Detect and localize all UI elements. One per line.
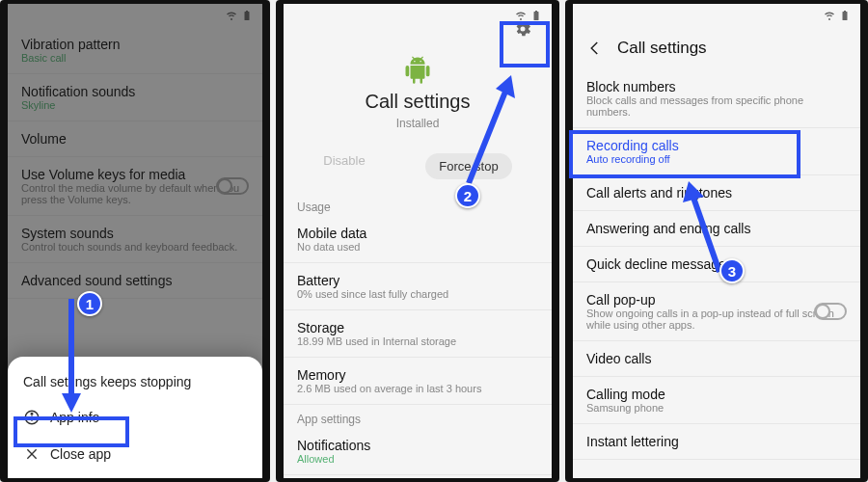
row-subtitle: Block calls and messages from specific p…: [586, 94, 847, 118]
row-title: Recording calls: [586, 138, 847, 153]
usage-row[interactable]: Mobile dataNo data used: [284, 216, 552, 263]
android-icon: [403, 56, 432, 85]
crash-dialog: Call settings keeps stopping App infoClo…: [8, 357, 262, 478]
disable-button[interactable]: Disable: [323, 153, 365, 179]
section-usage: Usage: [284, 193, 552, 216]
row-title: Calling mode: [586, 387, 847, 402]
settings-row[interactable]: Advanced sound settings: [8, 263, 262, 299]
row-title: Answering and ending calls: [586, 221, 847, 236]
settings-row[interactable]: Volume: [8, 121, 262, 157]
row-title: System sounds: [21, 226, 249, 241]
call-settings-row[interactable]: Block numbersBlock calls and messages fr…: [573, 69, 860, 128]
dialog-action-label: Close app: [50, 446, 111, 462]
row-title: Memory: [297, 367, 538, 383]
close-icon: [23, 445, 41, 463]
usage-row[interactable]: Storage18.99 MB used in Internal storage: [284, 310, 552, 358]
toggle-switch[interactable]: [216, 177, 249, 195]
wifi-icon: [824, 10, 835, 21]
step-badge-3: 3: [719, 258, 745, 283]
row-title: Quick decline messages: [586, 256, 847, 272]
battery-icon: [241, 10, 253, 21]
app-installed-label: Installed: [293, 117, 542, 130]
call-settings-row[interactable]: Calling modeSamsung phone: [573, 377, 860, 424]
status-bar: [573, 4, 860, 27]
row-subtitle: Skyline: [21, 99, 249, 111]
dialog-action-info[interactable]: App info: [8, 399, 262, 436]
call-settings-row[interactable]: Quick decline messages: [573, 247, 860, 282]
call-settings-row[interactable]: Call pop-upShow ongoing calls in a pop-u…: [573, 282, 860, 341]
row-subtitle: Control the media volume by default when…: [21, 182, 249, 205]
header-title: Call settings: [617, 39, 707, 58]
info-icon: [23, 409, 41, 426]
row-subtitle: 2.6 MB used on average in last 3 hours: [297, 383, 538, 394]
row-title: Vibration pattern: [21, 37, 249, 52]
call-settings-row[interactable]: Instant lettering: [573, 424, 860, 460]
call-settings-row[interactable]: Answering and ending calls: [573, 211, 860, 247]
row-notifications[interactable]: Notifications Allowed: [284, 428, 552, 475]
row-subtitle: Control touch sounds and keyboard feedba…: [21, 241, 249, 253]
call-settings-row[interactable]: Recording callsAuto recording off: [573, 128, 860, 175]
row-title: Advanced sound settings: [21, 273, 249, 288]
row-title: Call alerts and ringtones: [586, 185, 847, 201]
row-subtitle: Show ongoing calls in a pop-up instead o…: [586, 308, 847, 331]
row-title: Call pop-up: [586, 292, 847, 308]
wifi-icon: [226, 10, 237, 21]
force-stop-button[interactable]: Force stop: [425, 153, 511, 179]
screen-app-info: Call settings Installed Disable Force st…: [284, 4, 552, 478]
row-title: Notifications: [297, 438, 538, 453]
app-name: Call settings: [293, 91, 542, 113]
row-title: Instant lettering: [586, 434, 847, 449]
call-settings-row[interactable]: Call alerts and ringtones: [573, 175, 860, 211]
row-title: Video calls: [586, 351, 847, 366]
row-title: Battery: [297, 273, 538, 288]
row-title: Volume: [21, 131, 249, 147]
step-badge-1: 1: [77, 291, 102, 316]
settings-row[interactable]: System soundsControl touch sounds and ke…: [8, 216, 262, 263]
row-title: Block numbers: [586, 79, 847, 94]
dialog-heading: Call settings keeps stopping: [8, 368, 262, 399]
usage-row[interactable]: Battery0% used since last fully charged: [284, 263, 552, 310]
phone-panel-2: Call settings Installed Disable Force st…: [276, 0, 559, 482]
call-settings-row[interactable]: Video calls: [573, 341, 860, 377]
settings-row[interactable]: Vibration patternBasic call: [8, 27, 262, 74]
toggle-switch[interactable]: [814, 303, 847, 320]
app-header: Call settings Installed: [284, 27, 552, 140]
svg-point-2: [31, 414, 33, 415]
app-action-row: Disable Force stop: [284, 140, 552, 193]
row-subtitle: 0% used since last fully charged: [297, 288, 538, 300]
row-title: Mobile data: [297, 226, 538, 241]
row-subtitle: 18.99 MB used in Internal storage: [297, 335, 538, 347]
row-title: Storage: [297, 320, 538, 335]
settings-row[interactable]: Notification soundsSkyline: [8, 74, 262, 121]
back-icon[interactable]: [586, 40, 604, 57]
row-title: Use Volume keys for media: [21, 167, 249, 182]
dialog-action-label: App info: [50, 410, 99, 425]
section-app-settings: App settings: [284, 405, 552, 428]
row-title: Notification sounds: [21, 84, 249, 99]
battery-icon: [839, 10, 851, 21]
row-subtitle: Samsung phone: [586, 402, 847, 414]
step-badge-2: 2: [455, 183, 480, 208]
row-subtitle: No data used: [297, 241, 538, 253]
settings-row[interactable]: Use Volume keys for mediaControl the med…: [8, 157, 262, 216]
header-bar: Call settings: [573, 27, 860, 69]
dialog-action-close[interactable]: Close app: [8, 436, 262, 472]
phone-panel-3: Call settings Block numbersBlock calls a…: [565, 0, 868, 482]
screen-call-settings: Call settings Block numbersBlock calls a…: [573, 4, 860, 478]
row-subtitle: Allowed: [297, 453, 538, 465]
row-subtitle: Basic call: [21, 52, 249, 64]
phone-panel-1: Vibration patternBasic callNotification …: [0, 0, 270, 482]
status-bar: [8, 4, 262, 27]
usage-row[interactable]: Memory2.6 MB used on average in last 3 h…: [284, 358, 552, 405]
row-subtitle: Auto recording off: [586, 153, 847, 165]
